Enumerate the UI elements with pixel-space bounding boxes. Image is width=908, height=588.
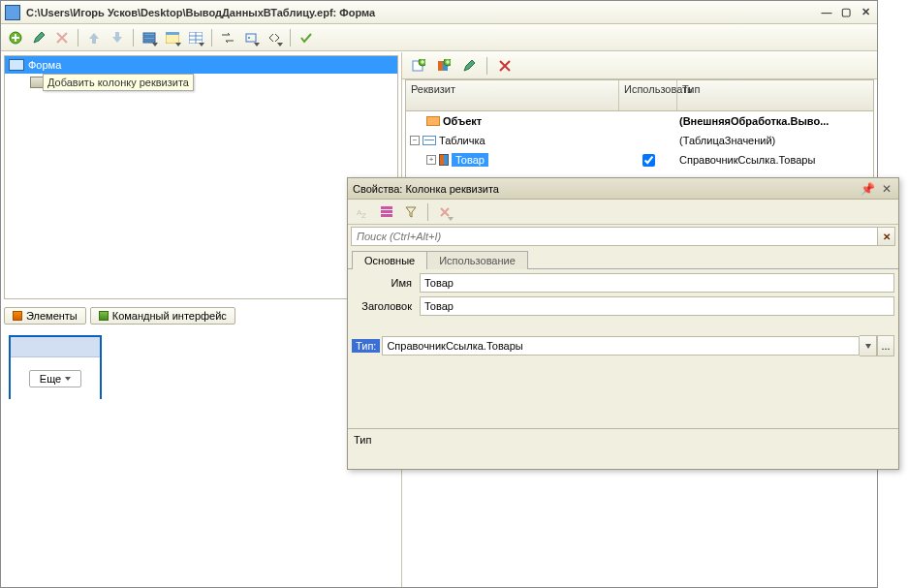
edit-icon[interactable] bbox=[28, 27, 49, 48]
type-select-button[interactable]: ... bbox=[877, 335, 894, 356]
svg-point-11 bbox=[248, 37, 250, 39]
tab-command-interface[interactable]: Командный интерфейс bbox=[90, 307, 235, 325]
filter-icon[interactable] bbox=[400, 201, 422, 223]
table-row[interactable]: + Товар СправочникСсылка.Товары bbox=[406, 150, 873, 170]
add-column-icon[interactable] bbox=[433, 55, 454, 77]
elements-icon bbox=[13, 311, 22, 321]
close-button[interactable]: ✕ bbox=[858, 6, 873, 19]
props-tab-main[interactable]: Основные bbox=[352, 251, 427, 269]
props-title: Свойства: Колонка реквизита bbox=[353, 183, 855, 195]
tree-row-form[interactable]: Форма bbox=[5, 56, 397, 74]
type-badge: Тип: bbox=[352, 339, 380, 353]
collapse-icon[interactable]: − bbox=[410, 136, 420, 145]
attributes-toolbar: Добавить колонку реквизита bbox=[402, 52, 877, 79]
sort-icon[interactable]: AZ bbox=[352, 201, 373, 223]
use-checkbox[interactable] bbox=[642, 154, 655, 167]
clear-search-icon[interactable]: ✕ bbox=[878, 227, 895, 246]
form-icon bbox=[9, 59, 24, 71]
move-up-icon[interactable] bbox=[83, 27, 105, 48]
expand-icon[interactable]: + bbox=[426, 155, 436, 165]
svg-rect-14 bbox=[438, 61, 443, 71]
insert-table-icon[interactable] bbox=[185, 27, 206, 48]
main-window: C:\Users\Игорь Усков\Desktop\ВыводДанных… bbox=[0, 0, 878, 588]
edit-attribute-icon[interactable] bbox=[458, 55, 480, 77]
cell-type: СправочникСсылка.Товары bbox=[677, 154, 873, 166]
object-icon bbox=[426, 116, 440, 126]
lbl-name: Имя bbox=[352, 277, 420, 289]
col-header-use[interactable]: Использовать bbox=[619, 80, 677, 110]
type-dropdown-icon[interactable] bbox=[860, 335, 877, 356]
form-file-icon bbox=[5, 5, 20, 20]
table-row[interactable]: Объект (ВнешняяОбработка.Выво... bbox=[406, 111, 873, 131]
svg-rect-1 bbox=[143, 33, 155, 36]
pin-icon[interactable]: 📌 bbox=[861, 182, 874, 196]
props-tab-usage[interactable]: Использование bbox=[426, 251, 528, 269]
cmd-interface-icon bbox=[99, 311, 109, 321]
more-button[interactable]: Еще bbox=[29, 370, 81, 387]
props-search-input[interactable] bbox=[351, 227, 878, 246]
more-label: Еще bbox=[40, 373, 61, 385]
titlebar: C:\Users\Игорь Усков\Desktop\ВыводДанных… bbox=[1, 1, 877, 24]
categorized-icon[interactable] bbox=[376, 201, 397, 223]
svg-rect-20 bbox=[381, 210, 392, 213]
cell-type: (ТаблицаЗначений) bbox=[677, 135, 873, 146]
col-header-attribute[interactable]: Реквизит bbox=[406, 80, 619, 110]
input-name[interactable] bbox=[420, 273, 894, 293]
properties-panel: Свойства: Колонка реквизита 📌 ✕ AZ ✕ Осн… bbox=[347, 177, 899, 470]
check-icon[interactable] bbox=[296, 27, 317, 48]
tab-elements[interactable]: Элементы bbox=[4, 307, 86, 325]
cell-label: Табличка bbox=[439, 135, 485, 146]
col-header-type[interactable]: Тип bbox=[677, 80, 873, 110]
move-down-icon[interactable] bbox=[107, 27, 128, 48]
lbl-header: Заголовок bbox=[352, 300, 420, 312]
svg-rect-19 bbox=[381, 206, 392, 209]
properties-icon[interactable] bbox=[240, 27, 262, 48]
svg-rect-2 bbox=[143, 37, 155, 40]
cell-label: Объект bbox=[443, 115, 482, 127]
tree-label: Форма bbox=[28, 59, 61, 71]
table-icon bbox=[423, 136, 436, 145]
swap-icon[interactable] bbox=[217, 27, 238, 48]
tab-label: Элементы bbox=[26, 310, 78, 322]
delete-attribute-icon[interactable] bbox=[494, 55, 516, 77]
attributes-table: Реквизит Использовать Тип Объект (Внешня… bbox=[405, 79, 874, 186]
add-attribute-icon[interactable] bbox=[408, 55, 429, 77]
svg-rect-5 bbox=[166, 32, 179, 35]
cell-label: Товар bbox=[452, 153, 488, 167]
left-pane: Форма Командная панель Элементы Командны… bbox=[1, 52, 402, 587]
tab-label: Командный интерфейс bbox=[112, 310, 227, 322]
form-tree[interactable]: Форма Командная панель bbox=[4, 55, 398, 299]
window-title: C:\Users\Игорь Усков\Desktop\ВыводДанных… bbox=[26, 7, 813, 18]
expand-icon[interactable] bbox=[264, 27, 285, 48]
svg-rect-21 bbox=[381, 214, 392, 217]
cell-type: (ВнешняяОбработка.Выво... bbox=[677, 115, 873, 127]
command-panel-icon bbox=[30, 77, 44, 88]
svg-rect-10 bbox=[246, 34, 256, 42]
column-icon bbox=[439, 154, 449, 166]
insert-group-icon[interactable] bbox=[139, 27, 160, 48]
tooltip: Добавить колонку реквизита bbox=[43, 74, 194, 91]
minimize-button[interactable]: — bbox=[819, 6, 834, 19]
insert-form-icon[interactable] bbox=[162, 27, 183, 48]
delete-prop-icon[interactable] bbox=[434, 201, 455, 223]
status-label: Тип bbox=[354, 434, 371, 446]
close-icon[interactable]: ✕ bbox=[880, 182, 893, 196]
delete-icon[interactable] bbox=[51, 27, 73, 48]
table-row[interactable]: − Табличка (ТаблицаЗначений) bbox=[406, 131, 873, 150]
main-toolbar bbox=[1, 24, 877, 51]
maximize-button[interactable]: ▢ bbox=[838, 6, 854, 19]
props-toolbar: AZ bbox=[348, 200, 898, 225]
add-icon[interactable] bbox=[5, 27, 26, 48]
type-value[interactable]: СправочникСсылка.Товары bbox=[382, 336, 860, 356]
chevron-down-icon bbox=[65, 377, 71, 381]
svg-text:Z: Z bbox=[361, 211, 366, 218]
form-preview: Еще bbox=[9, 335, 102, 399]
input-header[interactable] bbox=[420, 296, 894, 316]
